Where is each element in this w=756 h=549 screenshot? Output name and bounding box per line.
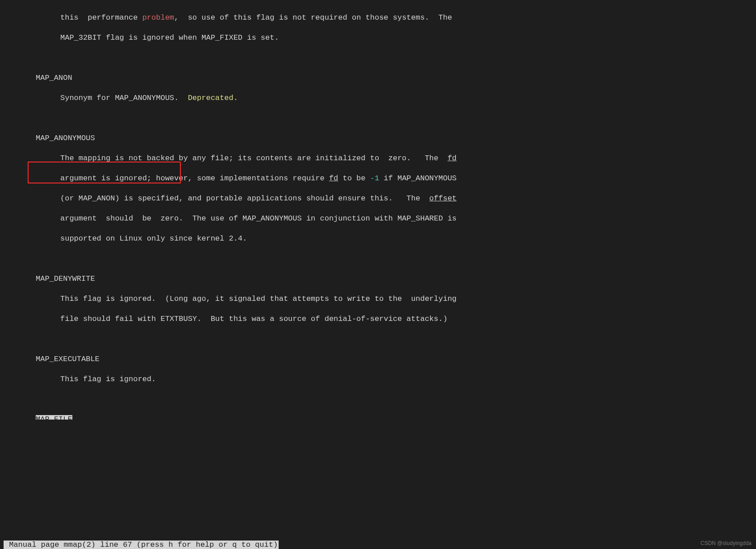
blank-line (0, 395, 578, 405)
text-line: (or MAP_ANON) is specified, and portable… (0, 194, 578, 204)
flag-header-map-file: MAP_FILE (0, 415, 578, 420)
flag-header-map-anonymous: MAP_ANONYMOUS (0, 133, 578, 144)
text-line: The mapping is not backed by any file; i… (0, 154, 578, 164)
blank-line (0, 113, 578, 124)
text-line: This flag is ignored. (Long ago, it sign… (0, 294, 578, 304)
blank-line (0, 254, 578, 264)
highlighted-flag: MAP_FILE (36, 415, 72, 420)
text-line: Synonym for MAP_ANONYMOUS. Deprecated. (0, 93, 578, 104)
text-line: this performance problem, so use of this… (0, 13, 578, 23)
text-line: file should fail with ETXTBUSY. But this… (0, 314, 578, 324)
manpage-content[interactable]: this performance problem, so use of this… (0, 0, 578, 420)
text-line: This flag is ignored. (0, 374, 578, 385)
blank-line (0, 53, 578, 63)
flag-header-map-executable: MAP_EXECUTABLE (0, 354, 578, 365)
text-line: argument is ignored; however, some imple… (0, 174, 578, 184)
text-line: MAP_32BIT flag is ignored when MAP_FIXED… (0, 33, 578, 43)
flag-header-map-anon: MAP_ANON (0, 73, 578, 83)
text-line: argument should be zero. The use of MAP_… (0, 214, 578, 224)
flag-header-map-denywrite: MAP_DENYWRITE (0, 274, 578, 284)
blank-line (0, 334, 578, 345)
text-line: supported on Linux only since kernel 2.4… (0, 234, 578, 244)
